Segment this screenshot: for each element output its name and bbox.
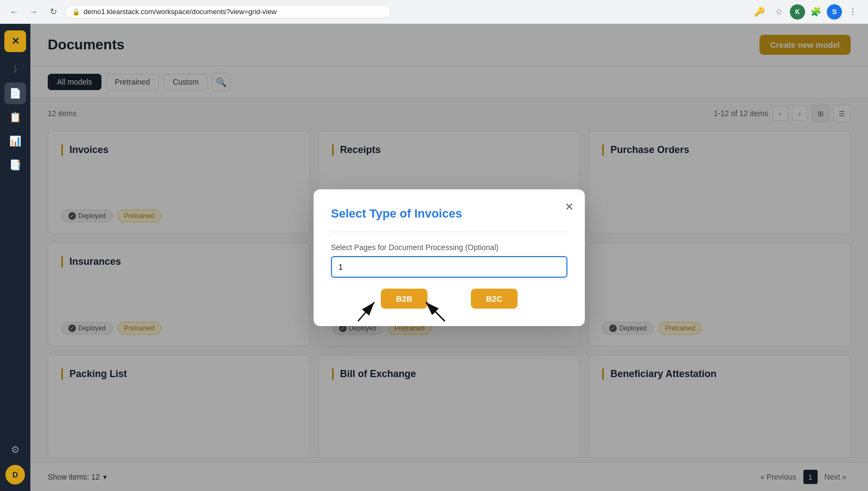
settings-nav-item[interactable]: ⚙ [4, 439, 26, 461]
password-icon[interactable]: 🔑 [751, 3, 768, 21]
b2c-button[interactable]: B2C [471, 289, 518, 309]
extensions-icon[interactable]: 🧩 [807, 3, 825, 21]
sidebar-bottom: ⚙ D [4, 439, 26, 484]
app-container: ✕ 〉 📄 📋 📊 📑 ⚙ D Documents Create new mod… [0, 24, 868, 491]
pages-input[interactable] [331, 256, 567, 278]
address-bar[interactable]: 🔒 demo1.klearstack.com/workspace/documen… [65, 5, 391, 18]
documents-icon: 📄 [9, 87, 21, 99]
sidebar-item-analytics[interactable]: 📊 [4, 130, 26, 152]
main-content: Documents Create new model All models Pr… [30, 24, 868, 491]
browser-chrome: ← → ↻ 🔒 demo1.klearstack.com/workspace/d… [0, 0, 868, 24]
b2b-button[interactable]: B2B [381, 289, 427, 309]
user-avatar[interactable]: D [5, 465, 25, 484]
sidebar-item-documents[interactable]: 📄 [4, 82, 26, 104]
sidebar-item-pdf[interactable]: 📑 [4, 154, 26, 176]
modal-buttons: B2B B2C [331, 289, 567, 309]
sidebar-collapse-button[interactable]: 〉 [8, 61, 23, 76]
modal-overlay[interactable]: Select Type of Invoices ✕ Select Pages f… [30, 24, 868, 491]
bookmark-icon[interactable]: ☆ [770, 3, 788, 21]
profile-avatar[interactable]: S [827, 4, 842, 20]
extension-icon[interactable]: K [790, 4, 805, 20]
analytics-icon: 📊 [9, 135, 21, 147]
modal: Select Type of Invoices ✕ Select Pages f… [314, 189, 585, 326]
modal-close-button[interactable]: ✕ [565, 200, 574, 213]
settings-icon: ⚙ [11, 444, 20, 456]
back-button[interactable]: ← [7, 4, 22, 20]
modal-divider [331, 232, 567, 232]
sidebar-item-tasks[interactable]: 📋 [4, 106, 26, 128]
menu-icon[interactable]: ⋮ [844, 3, 861, 21]
pdf-icon: 📑 [9, 159, 21, 171]
url-text: demo1.klearstack.com/workspace/documents… [84, 8, 277, 16]
lock-icon: 🔒 [72, 8, 80, 16]
forward-button[interactable]: → [26, 4, 41, 20]
reload-button[interactable]: ↻ [46, 4, 61, 20]
sidebar-logo[interactable]: ✕ [4, 30, 26, 52]
sidebar: ✕ 〉 📄 📋 📊 📑 ⚙ D [0, 24, 30, 491]
modal-title: Select Type of Invoices [331, 207, 567, 221]
modal-input-label: Select Pages for Document Processing (Op… [331, 243, 567, 252]
browser-actions: 🔑 ☆ K 🧩 S ⋮ [751, 3, 861, 21]
tasks-icon: 📋 [9, 111, 21, 123]
